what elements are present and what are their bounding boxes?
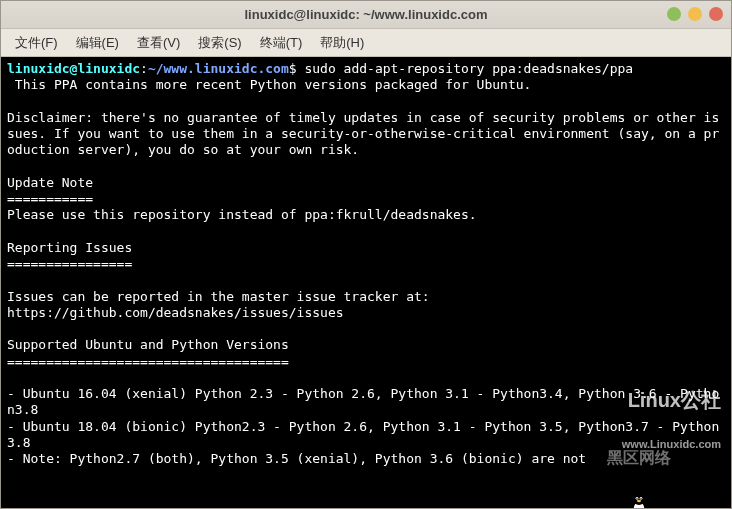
svg-point-5: [640, 497, 643, 500]
window-title: linuxidc@linuxidc: ~/www.linuxidc.com: [245, 7, 488, 22]
titlebar[interactable]: linuxidc@linuxidc: ~/www.linuxidc.com: [1, 1, 731, 29]
menubar: 文件(F) 编辑(E) 查看(V) 搜索(S) 终端(T) 帮助(H): [1, 29, 731, 57]
watermark-overlay: 黑区网络: [607, 448, 671, 468]
menu-file[interactable]: 文件(F): [7, 31, 66, 55]
menu-help[interactable]: 帮助(H): [312, 31, 372, 55]
minimize-button[interactable]: [667, 7, 681, 21]
svg-point-6: [636, 497, 637, 498]
terminal-output: This PPA contains more recent Python ver…: [7, 77, 719, 466]
menu-search[interactable]: 搜索(S): [190, 31, 249, 55]
prompt-user: linuxidc@linuxidc: [7, 61, 140, 76]
svg-point-1: [630, 495, 647, 509]
svg-point-8: [637, 499, 641, 502]
menu-view[interactable]: 查看(V): [129, 31, 188, 55]
svg-point-2: [634, 501, 645, 508]
maximize-button[interactable]: [688, 7, 702, 21]
prompt-symbol: $: [289, 61, 305, 76]
menu-edit[interactable]: 编辑(E): [68, 31, 127, 55]
prompt-colon: :: [140, 61, 148, 76]
window-controls: [667, 7, 723, 21]
close-button[interactable]: [709, 7, 723, 21]
terminal-window: linuxidc@linuxidc: ~/www.linuxidc.com 文件…: [0, 0, 732, 509]
prompt-path: ~/www.linuxidc.com: [148, 61, 289, 76]
svg-point-3: [633, 493, 645, 505]
tux-icon: [625, 458, 653, 490]
menu-terminal[interactable]: 终端(T): [252, 31, 311, 55]
terminal-content[interactable]: linuxidc@linuxidc:~/www.linuxidc.com$ su…: [1, 57, 731, 508]
svg-point-4: [636, 497, 639, 500]
svg-point-7: [640, 497, 641, 498]
watermark-sub: www.Linuxidc.com: [594, 438, 721, 452]
command-text: sudo add-apt-repository ppa:deadsnakes/p…: [304, 61, 633, 76]
